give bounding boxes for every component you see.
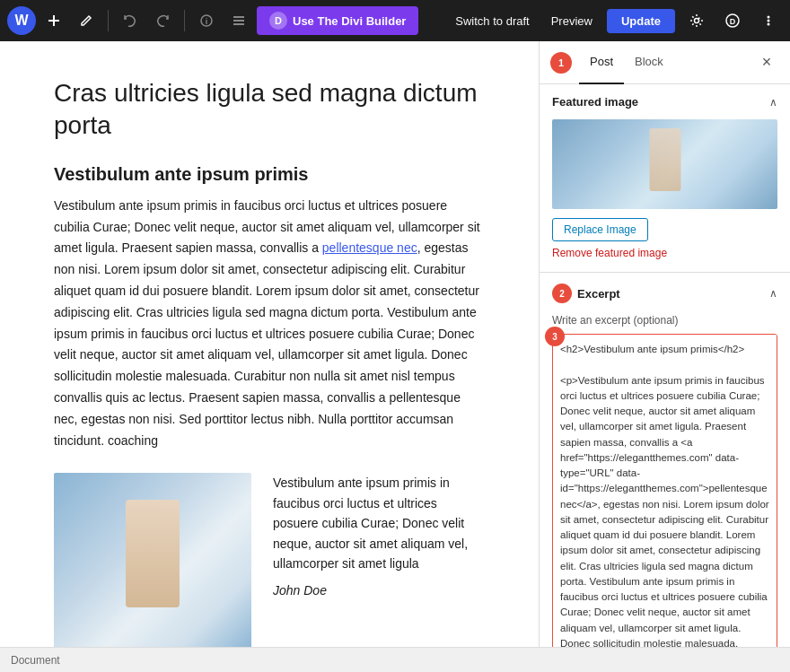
step-badge-1: 1 [550, 52, 572, 74]
toolbar-divider-1 [108, 10, 109, 31]
excerpt-section-header[interactable]: 2 Excerpt ∧ [540, 273, 790, 314]
post-inline-link[interactable]: pellentesque nec [322, 240, 417, 255]
more-options-button[interactable] [754, 6, 783, 35]
svg-rect-6 [233, 23, 244, 25]
svg-point-10 [768, 16, 770, 19]
divi-icon: D [269, 12, 287, 30]
tab-post[interactable]: Post [579, 41, 624, 84]
remove-featured-image-link[interactable]: Remove featured image [552, 247, 777, 259]
post-image-caption-block: Vestibulum ante ipsum primis in faucibus… [273, 473, 485, 647]
wp-logo-button[interactable]: W [7, 6, 36, 35]
post-image-credit: John Doe [273, 580, 485, 600]
divi-account-button[interactable]: D [718, 6, 747, 35]
svg-point-12 [768, 23, 770, 26]
main-layout: Cras ultricies ligula sed magna dictum p… [0, 41, 790, 647]
editor-area[interactable]: Cras ultricies ligula sed magna dictum p… [0, 41, 539, 647]
excerpt-textarea[interactable]: <h2>Vestibulum ante ipsum primis</h2> <p… [552, 334, 777, 647]
redo-button[interactable] [148, 6, 177, 35]
svg-rect-4 [233, 16, 244, 18]
svg-point-7 [695, 19, 699, 23]
main-toolbar: W i D Use The Divi Builder Switch to dra… [0, 0, 790, 41]
undo-button[interactable] [116, 6, 145, 35]
post-heading[interactable]: Vestibulum ante ipsum primis [54, 164, 485, 185]
status-bar: Document [0, 647, 790, 672]
featured-image-section-header[interactable]: Featured image ∧ [540, 84, 790, 119]
preview-button[interactable]: Preview [544, 11, 600, 31]
excerpt-description: Write an excerpt (optional) [552, 314, 777, 327]
excerpt-textarea-badge: 3 [545, 327, 565, 346]
divi-builder-button[interactable]: D Use The Divi Builder [257, 6, 418, 35]
update-button[interactable]: Update [607, 9, 675, 33]
excerpt-label: Excerpt [577, 287, 620, 301]
sidebar-close-button[interactable]: × [754, 50, 779, 75]
divi-builder-label: Use The Divi Builder [293, 14, 406, 28]
svg-rect-1 [48, 20, 59, 22]
sidebar-header: 1 Post Block × [540, 41, 790, 84]
svg-point-11 [768, 20, 770, 22]
sidebar-content: Featured image ∧ Replace Image Remove fe… [540, 84, 790, 647]
sidebar-panel: 1 Post Block × Featured image ∧ Replace … [539, 41, 790, 647]
post-image-block: Vestibulum ante ipsum primis in faucibus… [54, 473, 485, 647]
svg-text:D: D [730, 17, 736, 26]
toolbar-right-actions: Switch to draft Preview Update D [448, 6, 783, 35]
sidebar-tabs: Post Block [579, 41, 754, 84]
post-title[interactable]: Cras ultricies ligula sed magna dictum p… [54, 77, 485, 143]
toolbar-divider-2 [184, 10, 185, 31]
tab-block[interactable]: Block [624, 41, 674, 84]
excerpt-title-row: 2 Excerpt [552, 284, 620, 303]
excerpt-chevron: ∧ [769, 287, 777, 300]
post-image [54, 473, 251, 647]
featured-image-container: Replace Image Remove featured image [540, 119, 790, 272]
status-bar-label: Document [11, 654, 60, 667]
post-image-caption-text: Vestibulum ante ipsum primis in faucibus… [273, 473, 485, 573]
replace-image-button[interactable]: Replace Image [552, 218, 648, 241]
svg-rect-5 [233, 20, 244, 22]
edit-button[interactable] [72, 6, 101, 35]
svg-text:i: i [206, 17, 208, 26]
featured-image-label: Featured image [552, 95, 638, 109]
add-new-button[interactable] [40, 6, 68, 35]
switch-to-draft-button[interactable]: Switch to draft [448, 11, 536, 31]
featured-image-title-row: Featured image [552, 95, 638, 109]
post-body-paragraph[interactable]: Vestibulum ante ipsum primis in faucibus… [54, 196, 485, 452]
settings-button[interactable] [682, 6, 711, 35]
list-view-button[interactable] [224, 6, 253, 35]
excerpt-step-badge: 2 [552, 284, 572, 303]
info-button[interactable]: i [192, 6, 221, 35]
featured-image-thumbnail [552, 119, 777, 209]
featured-image-chevron: ∧ [769, 96, 777, 109]
excerpt-body: Write an excerpt (optional) 3 <h2>Vestib… [540, 314, 790, 647]
excerpt-section: 2 Excerpt ∧ Write an excerpt (optional) … [540, 273, 790, 647]
featured-image-section: Featured image ∧ Replace Image Remove fe… [540, 84, 790, 273]
